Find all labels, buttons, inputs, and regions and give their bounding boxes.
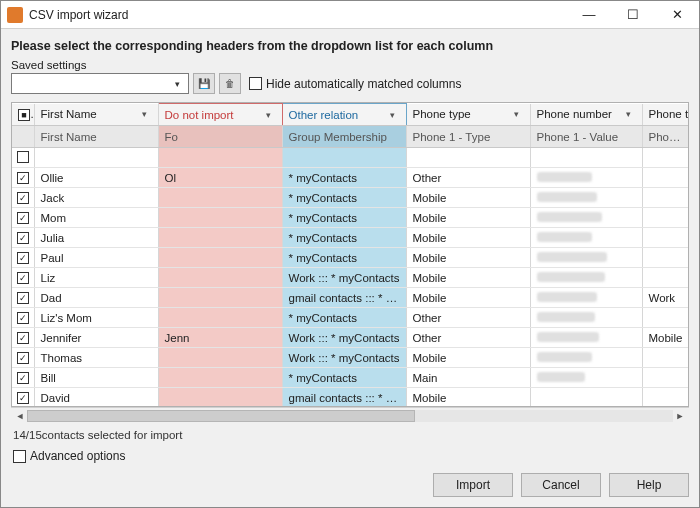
cell-phone-type: Other <box>406 168 530 188</box>
row-checkbox[interactable]: ✓ <box>17 352 29 364</box>
cell-phone-type: Mobile <box>406 248 530 268</box>
scroll-left-arrow[interactable]: ◄ <box>13 410 27 422</box>
row-checkbox-cell[interactable] <box>12 148 34 168</box>
cell-phone-type-2 <box>642 308 689 328</box>
mapping-select-other-relation[interactable]: Other relation▾ <box>282 104 406 126</box>
table-row: ✓Liz's Mom* myContactsOther <box>12 308 689 328</box>
row-checkbox-cell[interactable]: ✓ <box>12 348 34 368</box>
import-button[interactable]: Import <box>433 473 513 497</box>
delete-settings-button[interactable]: 🗑 <box>219 73 241 94</box>
row-checkbox-cell[interactable]: ✓ <box>12 248 34 268</box>
save-settings-button[interactable]: 💾 <box>193 73 215 94</box>
row-checkbox-cell[interactable]: ✓ <box>12 388 34 408</box>
cell-phone-type: Mobile <box>406 268 530 288</box>
cell-group: gmail contacts ::: * myCo… <box>282 388 406 408</box>
cell-first-name: Liz <box>34 268 158 288</box>
scroll-thumb[interactable] <box>27 410 415 422</box>
content-area: Please select the corresponding headers … <box>1 29 699 465</box>
titlebar: CSV import wizard — ☐ ✕ <box>1 1 699 29</box>
mapping-select-phone-type[interactable]: Phone type▾ <box>406 104 530 126</box>
saved-settings-select[interactable]: ▾ <box>11 73 189 94</box>
row-checkbox[interactable]: ✓ <box>17 172 29 184</box>
advanced-options-checkbox[interactable] <box>13 450 26 463</box>
cell-group: * myContacts <box>282 188 406 208</box>
save-icon: 💾 <box>198 78 210 89</box>
cell-phone-number <box>530 168 642 188</box>
chevron-down-icon: ▾ <box>261 107 276 122</box>
chevron-down-icon: ▾ <box>170 76 185 91</box>
import-grid: ■ First Name▾ Do not import▾ Other relat… <box>12 103 689 407</box>
row-checkbox-cell[interactable]: ✓ <box>12 308 34 328</box>
mapping-select-phone-type-2[interactable]: Phone type <box>642 104 689 126</box>
cell-group: * myContacts <box>282 228 406 248</box>
mapping-select-phone-number[interactable]: Phone number▾ <box>530 104 642 126</box>
mapping-select-first-name[interactable]: First Name▾ <box>34 104 158 126</box>
minimize-button[interactable]: — <box>567 1 611 29</box>
hide-matched-checkbox[interactable] <box>249 77 262 90</box>
cell-phone-number <box>530 228 642 248</box>
horizontal-scrollbar[interactable]: ◄ ► <box>11 407 689 423</box>
row-checkbox-cell[interactable]: ✓ <box>12 328 34 348</box>
source-header: Phone 1 - Type <box>406 126 530 148</box>
source-header: Group Membership <box>282 126 406 148</box>
cell-phone-type-2 <box>642 248 689 268</box>
cell-phone-type-2 <box>642 228 689 248</box>
cell-phone-number <box>530 148 642 168</box>
advanced-options-row[interactable]: Advanced options <box>11 449 689 465</box>
row-checkbox[interactable]: ✓ <box>17 292 29 304</box>
table-row: ✓Davidgmail contacts ::: * myCo…Mobile <box>12 388 689 408</box>
hide-matched-checkbox-wrap[interactable]: Hide automatically matched columns <box>249 77 461 91</box>
row-checkbox-cell[interactable]: ✓ <box>12 268 34 288</box>
scroll-right-arrow[interactable]: ► <box>673 410 687 422</box>
row-checkbox[interactable]: ✓ <box>17 372 29 384</box>
row-checkbox[interactable]: ✓ <box>17 312 29 324</box>
mapping-select-do-not-import[interactable]: Do not import▾ <box>158 104 282 126</box>
row-checkbox[interactable]: ✓ <box>17 192 29 204</box>
table-row <box>12 148 689 168</box>
row-checkbox[interactable]: ✓ <box>17 212 29 224</box>
cell-group: Work ::: * myContacts <box>282 268 406 288</box>
cell-phone-type-2: Work <box>642 288 689 308</box>
cell-first-name: Liz's Mom <box>34 308 158 328</box>
table-row: ✓Dadgmail contacts ::: * myCo…MobileWork <box>12 288 689 308</box>
row-checkbox[interactable]: ✓ <box>17 252 29 264</box>
row-checkbox[interactable]: ✓ <box>17 392 29 404</box>
cell-group: * myContacts <box>282 168 406 188</box>
row-checkbox-cell[interactable]: ✓ <box>12 228 34 248</box>
cell-first-name: Julia <box>34 228 158 248</box>
row-checkbox-cell[interactable]: ✓ <box>12 288 34 308</box>
cell-phone-type-2 <box>642 348 689 368</box>
select-all-checkbox[interactable]: ■ <box>18 109 30 121</box>
cancel-button[interactable]: Cancel <box>521 473 601 497</box>
scroll-track[interactable] <box>27 410 673 422</box>
window-controls: — ☐ ✕ <box>567 1 699 29</box>
cell-phone-type-2 <box>642 188 689 208</box>
close-button[interactable]: ✕ <box>655 1 699 29</box>
row-checkbox[interactable] <box>17 151 29 163</box>
select-all-header[interactable]: ■ <box>12 104 34 126</box>
row-checkbox-cell[interactable]: ✓ <box>12 188 34 208</box>
trash-icon: 🗑 <box>225 78 235 89</box>
cell-group: * myContacts <box>282 208 406 228</box>
cell-phone-type: Mobile <box>406 388 530 408</box>
cell-phone-number <box>530 248 642 268</box>
saved-settings-label: Saved settings <box>11 59 689 73</box>
cell-phone-type-2 <box>642 368 689 388</box>
help-button[interactable]: Help <box>609 473 689 497</box>
cell-phone-type: Main <box>406 368 530 388</box>
table-row: ✓Julia* myContactsMobile <box>12 228 689 248</box>
cell-phone-number <box>530 368 642 388</box>
cell-do-not-import <box>158 208 282 228</box>
cell-phone-type: Mobile <box>406 228 530 248</box>
row-checkbox[interactable]: ✓ <box>17 232 29 244</box>
row-checkbox[interactable]: ✓ <box>17 272 29 284</box>
row-checkbox[interactable]: ✓ <box>17 332 29 344</box>
row-checkbox-cell[interactable]: ✓ <box>12 368 34 388</box>
cell-phone-type: Other <box>406 308 530 328</box>
cell-first-name: Thomas <box>34 348 158 368</box>
row-checkbox-cell[interactable]: ✓ <box>12 208 34 228</box>
row-checkbox-cell[interactable]: ✓ <box>12 168 34 188</box>
cell-do-not-import <box>158 368 282 388</box>
cell-group: * myContacts <box>282 308 406 328</box>
maximize-button[interactable]: ☐ <box>611 1 655 29</box>
